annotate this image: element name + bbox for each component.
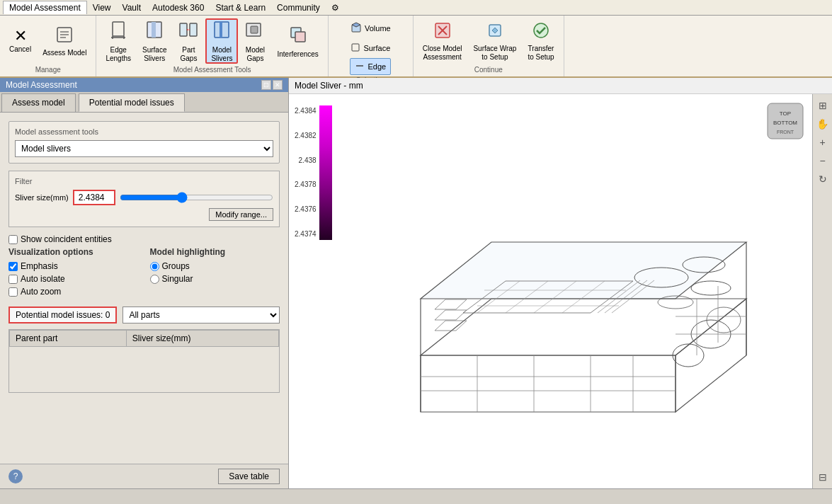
- model-highlighting-title: Model highlighting: [150, 247, 280, 257]
- 3d-model: [331, 94, 807, 488]
- sliver-slider[interactable]: [120, 192, 273, 203]
- svg-rect-18: [295, 32, 305, 42]
- zoom-fit-btn[interactable]: ⊞: [814, 97, 831, 114]
- edge-label: Edge: [367, 62, 386, 71]
- svg-point-49: [691, 281, 731, 295]
- panel-close-btn[interactable]: ✕: [273, 80, 283, 90]
- panel-titlebar: Model Assessment ⊡ ✕: [0, 78, 288, 92]
- svg-point-27: [534, 23, 548, 38]
- ribbon-interferences-btn[interactable]: Interferences: [272, 18, 323, 64]
- ribbon-edge-btn[interactable]: Edge: [350, 58, 391, 75]
- zoom-out-btn[interactable]: −: [814, 152, 831, 169]
- svg-rect-21: [352, 44, 359, 51]
- help-button[interactable]: ?: [8, 469, 23, 483]
- all-parts-dropdown[interactable]: All parts Selected parts: [122, 307, 280, 323]
- color-scale: 2.4384 2.4382 2.438 2.4378 2.4376 2.4374: [295, 105, 332, 240]
- model-slivers-label: ModelSlivers: [211, 46, 232, 63]
- interferences-icon: [288, 23, 308, 49]
- auto-zoom-label: Auto zoom: [21, 287, 61, 297]
- singular-label: Singular: [162, 274, 193, 284]
- modify-range-btn[interactable]: Modify range...: [209, 208, 273, 221]
- interferences-label: Interferences: [277, 50, 318, 59]
- svg-rect-14: [220, 22, 222, 38]
- menu-community[interactable]: Community: [271, 1, 326, 14]
- auto-isolate-label: Auto isolate: [21, 274, 65, 284]
- zoom-in-btn[interactable]: +: [814, 134, 831, 151]
- menu-view[interactable]: View: [87, 1, 117, 14]
- ribbon-part-gaps-btn[interactable]: PartGaps: [173, 18, 204, 64]
- menu-bar: Model Assessment View Vault Autodesk 360…: [0, 0, 832, 16]
- scale-value-0: 2.4384: [295, 105, 317, 117]
- visualization-highlighting-row: Visualization options Emphasis Auto isol…: [8, 247, 280, 299]
- panel-restore-btn[interactable]: ⊡: [261, 80, 271, 90]
- sliver-row: Sliver size(mm) 2.4384: [15, 190, 273, 205]
- singular-row: Singular: [150, 274, 280, 284]
- scale-value-4: 2.4376: [295, 204, 317, 215]
- issues-bar: Potential model issues: 0 All parts Sele…: [8, 307, 280, 323]
- emphasis-checkbox[interactable]: [8, 262, 18, 271]
- ribbon-assess-model-btn[interactable]: Assess Model: [38, 18, 91, 64]
- close-assessment-label: Close ModelAssessment: [423, 45, 462, 62]
- groups-radio[interactable]: [150, 262, 159, 271]
- groups-label: Groups: [162, 261, 190, 271]
- right-panel: Model Sliver - mm 2.4384 2.4382 2.438 2.…: [289, 78, 832, 488]
- show-coincident-checkbox[interactable]: [8, 235, 18, 244]
- cancel-label: Cancel: [9, 45, 31, 54]
- svg-rect-4: [113, 22, 124, 36]
- ribbon-model-slivers-btn[interactable]: ModelSlivers: [205, 18, 238, 64]
- svg-rect-9: [152, 22, 156, 38]
- ribbon-selection-group: Volume Surface Edge S: [329, 16, 414, 76]
- menu-model-assessment[interactable]: Model Assessment: [3, 1, 87, 14]
- ribbon-surface-wrap-btn[interactable]: Surface Wrapto Setup: [468, 18, 521, 64]
- singular-radio[interactable]: [150, 275, 159, 284]
- menu-start-learn[interactable]: Start & Learn: [210, 1, 271, 14]
- sliver-size-value: 2.4384: [73, 190, 115, 205]
- ribbon-surface-btn[interactable]: Surface: [346, 40, 395, 57]
- ribbon-continue-group: Close ModelAssessment Surface Wrapto Set…: [414, 16, 564, 76]
- tab-potential-issues[interactable]: Potential model issues: [79, 93, 185, 112]
- save-table-btn[interactable]: Save table: [218, 469, 280, 484]
- auto-zoom-checkbox[interactable]: [8, 287, 18, 297]
- show-coincident-row: Show coincident entities: [8, 234, 280, 244]
- model-slivers-icon: [212, 19, 232, 45]
- surface-wrap-label: Surface Wrapto Setup: [473, 45, 516, 62]
- scale-value-1: 2.4382: [295, 130, 317, 142]
- visualization-title: Visualization options: [8, 247, 139, 257]
- ribbon-cancel-btn[interactable]: ✕ Cancel: [4, 18, 36, 64]
- scale-value-5: 2.4374: [295, 229, 317, 240]
- ribbon-transfer-setup-btn[interactable]: Transferto Setup: [523, 18, 559, 64]
- ribbon-close-assessment-btn[interactable]: Close ModelAssessment: [418, 18, 467, 64]
- tab-assess-model[interactable]: Assess model: [1, 93, 76, 112]
- svg-point-53: [673, 344, 704, 367]
- assess-model-icon: [55, 25, 74, 47]
- menu-autodesk360[interactable]: Autodesk 360: [147, 1, 210, 14]
- cancel-icon: ✕: [14, 28, 27, 44]
- view-area[interactable]: 2.4384 2.4382 2.438 2.4378 2.4376 2.4374: [289, 94, 832, 488]
- sliver-slider-container: [120, 192, 273, 203]
- panel-title: Model Assessment: [6, 80, 77, 90]
- ribbon-model-gaps-btn[interactable]: ModelGaps: [239, 18, 270, 64]
- ribbon-surface-slivers-btn[interactable]: SurfaceSlivers: [137, 18, 171, 64]
- svg-rect-10: [180, 23, 187, 36]
- ribbon-edge-lengths-btn[interactable]: EdgeLengths: [101, 18, 136, 64]
- ribbon: ✕ Cancel Assess Model Manage EdgeLengths: [0, 16, 832, 78]
- show-coincident-label: Show coincident entities: [21, 234, 112, 244]
- surface-icon: [351, 42, 360, 54]
- edge-lengths-icon: [108, 19, 128, 45]
- left-panel: Model Assessment ⊡ ✕ Assess model Potent…: [0, 78, 289, 488]
- surface-label: Surface: [363, 44, 390, 52]
- menu-settings[interactable]: ⚙: [326, 1, 345, 14]
- volume-icon: [351, 22, 362, 35]
- auto-isolate-checkbox[interactable]: [8, 275, 18, 284]
- model-tools-dropdown[interactable]: Model slivers Surface slivers Part gaps …: [15, 140, 273, 157]
- main-area: Model Assessment ⊡ ✕ Assess model Potent…: [0, 78, 832, 488]
- auto-isolate-row: Auto isolate: [8, 274, 139, 284]
- pan-btn[interactable]: ✋: [814, 115, 831, 132]
- results-table: Parent part Sliver size(mm): [9, 330, 279, 347]
- display-settings-btn[interactable]: ⊟: [814, 469, 831, 486]
- col-sliver-size: Sliver size(mm): [126, 331, 278, 347]
- menu-vault[interactable]: Vault: [117, 1, 147, 14]
- ribbon-volume-btn[interactable]: Volume: [346, 18, 396, 38]
- close-assessment-icon: [433, 21, 452, 43]
- rotate-btn[interactable]: ↻: [814, 171, 831, 188]
